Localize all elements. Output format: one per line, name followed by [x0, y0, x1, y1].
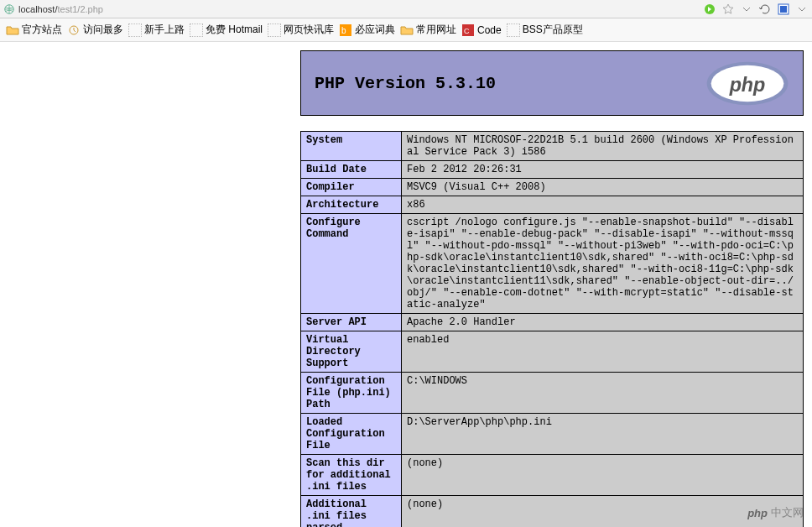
- watermark-brand: php: [747, 507, 768, 519]
- table-row: Virtual Directory Supportenabled: [301, 331, 804, 373]
- url-path: test1/2.php: [57, 4, 102, 14]
- bookmark-bss-prototype[interactable]: BSS产品原型: [506, 21, 584, 39]
- table-row: Loaded Configuration FileD:\ServerApp\ph…: [301, 414, 804, 455]
- go-icon[interactable]: [703, 3, 716, 16]
- watermark-text: 中文网: [771, 505, 804, 520]
- bookmark-code[interactable]: C Code: [461, 22, 502, 39]
- table-row: Server APIApache 2.0 Handler: [301, 314, 804, 331]
- bookmark-bing-dict[interactable]: b 必应词典: [338, 21, 396, 39]
- info-value: Windows NT MICROSOF-22D21B 5.1 build 260…: [402, 132, 804, 161]
- info-key: Server API: [301, 314, 402, 331]
- bookmark-label: 必应词典: [355, 23, 395, 37]
- bookmark-label: Code: [477, 24, 502, 36]
- info-key: Compiler: [301, 179, 402, 196]
- bookmark-most-visited[interactable]: 访问最多: [66, 21, 124, 39]
- info-value: enabled: [402, 331, 804, 373]
- info-key: Scan this dir for additional .ini files: [301, 455, 402, 496]
- info-value: D:\ServerApp\php\php.ini: [402, 414, 804, 455]
- bookmark-hotmail[interactable]: 免费 Hotmail: [189, 21, 263, 39]
- info-value: Apache 2.0 Handler: [402, 314, 804, 331]
- svg-text:b: b: [341, 26, 346, 35]
- address-bar: localhost/test1/2.php: [0, 0, 812, 18]
- phpinfo-container: PHP Version 5.3.10 php SystemWindows NT …: [300, 50, 804, 527]
- table-row: Architecturex86: [301, 196, 804, 214]
- php-logo-icon: php: [705, 60, 789, 107]
- history-icon: [67, 23, 81, 37]
- phpinfo-header: PHP Version 5.3.10 php: [300, 50, 804, 116]
- chevron-down-icon[interactable]: [795, 3, 809, 16]
- table-row: Scan this dir for additional .ini files(…: [301, 455, 804, 496]
- bookmark-webslice[interactable]: 网页快讯库: [267, 21, 335, 39]
- bookmark-official-site[interactable]: 官方站点: [5, 21, 63, 39]
- dropdown-icon[interactable]: [740, 3, 753, 16]
- url-host: localhost/: [18, 4, 57, 14]
- app-icon[interactable]: [777, 3, 790, 16]
- info-key: Loaded Configuration File: [301, 414, 402, 455]
- bookmark-label: 免费 Hotmail: [206, 23, 263, 37]
- bookmark-label: 网页快讯库: [284, 23, 334, 37]
- info-key: Architecture: [301, 196, 402, 214]
- bookmark-common-sites[interactable]: 常用网址: [399, 21, 457, 39]
- reload-icon[interactable]: [758, 3, 772, 16]
- bookmark-label: BSS产品原型: [523, 23, 583, 37]
- page-content: PHP Version 5.3.10 php SystemWindows NT …: [0, 42, 812, 527]
- table-row: Configuration File (php.ini) PathC:\WIND…: [301, 373, 804, 414]
- page-icon: [190, 23, 203, 37]
- phpinfo-table: SystemWindows NT MICROSOF-22D21B 5.1 bui…: [300, 131, 804, 527]
- bookmark-label: 访问最多: [83, 23, 123, 37]
- folder-icon: [400, 23, 414, 37]
- info-value: cscript /nologo configure.js "--enable-s…: [402, 214, 804, 314]
- table-row: Build DateFeb 2 2012 20:26:31: [301, 161, 804, 179]
- folder-icon: [6, 23, 19, 37]
- table-row: CompilerMSVC9 (Visual C++ 2008): [301, 179, 804, 196]
- table-row: Additional .ini files parsed(none): [301, 496, 804, 528]
- info-key: Virtual Directory Support: [301, 331, 402, 373]
- page-icon: [128, 23, 142, 37]
- bookmark-label: 常用网址: [416, 23, 456, 37]
- page-icon: [268, 23, 281, 37]
- url-display[interactable]: localhost/test1/2.php: [18, 4, 703, 14]
- info-value: C:\WINDOWS: [402, 373, 804, 414]
- svg-text:C: C: [464, 27, 470, 35]
- address-right-icons: [703, 3, 809, 16]
- svg-text:php: php: [729, 73, 766, 95]
- bing-icon: b: [339, 23, 352, 37]
- svg-rect-3: [780, 6, 787, 13]
- info-value: x86: [402, 196, 804, 214]
- info-key: Additional .ini files parsed: [301, 496, 402, 528]
- globe-icon: [3, 3, 15, 15]
- table-row: Configure Commandcscript /nologo configu…: [301, 214, 804, 314]
- php-version-title: PHP Version 5.3.10: [315, 74, 496, 93]
- bookmark-getting-started[interactable]: 新手上路: [128, 21, 185, 39]
- bookmark-label: 官方站点: [22, 23, 62, 37]
- bookmark-label: 新手上路: [144, 23, 185, 37]
- watermark: php 中文网: [747, 505, 804, 520]
- info-key: System: [301, 132, 402, 161]
- page-icon: [507, 23, 520, 37]
- star-icon[interactable]: [721, 3, 735, 16]
- info-value: MSVC9 (Visual C++ 2008): [402, 179, 804, 196]
- info-value: (none): [402, 496, 804, 528]
- info-key: Configuration File (php.ini) Path: [301, 373, 402, 414]
- info-key: Configure Command: [301, 214, 402, 314]
- info-key: Build Date: [301, 161, 402, 179]
- info-value: Feb 2 2012 20:26:31: [402, 161, 804, 179]
- code-icon: C: [461, 23, 475, 37]
- info-value: (none): [402, 455, 804, 496]
- bookmark-bar: 官方站点 访问最多 新手上路 免费 Hotmail 网页快讯库 b 必应词典 常…: [0, 18, 812, 42]
- table-row: SystemWindows NT MICROSOF-22D21B 5.1 bui…: [301, 132, 804, 161]
